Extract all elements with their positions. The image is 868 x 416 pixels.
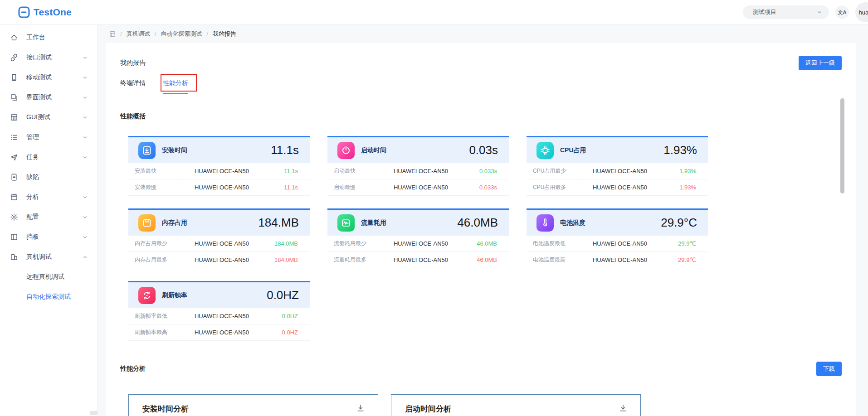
- metric-card-battery-temp: 电池温度 29.9°C 电池温度最低 HUAWEI OCE-AN50 29.9℃…: [527, 208, 708, 268]
- metric-card-memory-usage: 内存占用 184.MB 内存占用最少 HUAWEI OCE-AN50 184.0…: [128, 208, 310, 268]
- grid-icon: [10, 113, 18, 121]
- metric-row-label: 内存占用最多: [128, 252, 179, 268]
- metric-card-title: 刷新帧率: [162, 291, 187, 300]
- metric-card-header: CPU占用 1.93%: [527, 136, 708, 163]
- metric-row: 安装最慢 HUAWEI OCE-AN50 11.1s: [128, 179, 310, 196]
- chevron-down-icon: [82, 234, 88, 240]
- sidebar-item-config[interactable]: 配置: [0, 207, 97, 227]
- top-bar-right: 测试项目 文A huan: [743, 2, 868, 22]
- install-icon: [138, 142, 156, 159]
- metric-row-device: HUAWEI OCE-AN50: [378, 240, 463, 247]
- metric-row: 安装最快 HUAWEI OCE-AN50 11.1s: [128, 163, 310, 179]
- chart-card-launch-time-analysis: 启动时间分析: [391, 394, 641, 416]
- calendar-icon: [10, 193, 18, 201]
- metric-row-value: 1.93%: [663, 168, 708, 174]
- metric-card-value: 0.0HZ: [267, 288, 299, 302]
- analysis-section-title: 性能分析: [120, 365, 146, 373]
- metric-row-label: 流量耗用最多: [327, 252, 378, 268]
- device-icon: [10, 253, 18, 261]
- metric-row-label: 电池温度最高: [527, 252, 577, 268]
- breadcrumb-item[interactable]: 自动化探索测试: [161, 30, 202, 38]
- testone-logo-icon: [18, 6, 30, 18]
- tab-terminal-detail[interactable]: 终端详情: [120, 79, 146, 94]
- chevron-up-icon: [82, 254, 88, 260]
- metric-card-value: 29.9°C: [661, 216, 697, 230]
- metric-card-value: 46.0MB: [457, 216, 498, 230]
- sidebar-item-defect[interactable]: 缺陷: [0, 167, 97, 187]
- metric-row-device: HUAWEI OCE-AN50: [378, 168, 463, 174]
- language-switch-button[interactable]: 文A: [835, 5, 849, 19]
- breadcrumb-item[interactable]: 真机调试: [127, 30, 150, 38]
- sidebar-item-label: GUI测试: [26, 113, 50, 121]
- sidebar-subitem-auto-explore-test[interactable]: 自动化探索测试: [0, 287, 97, 307]
- project-select-value: 测试项目: [753, 8, 776, 16]
- refresh-icon: [138, 287, 156, 304]
- sidebar-item-analysis[interactable]: 分析: [0, 187, 97, 207]
- metric-card-title: 内存占用: [162, 219, 187, 227]
- back-button[interactable]: 返回上一级: [799, 56, 842, 70]
- metric-row: CPU占用最少 HUAWEI OCE-AN50 1.93%: [527, 163, 708, 179]
- breadcrumb-separator: /: [206, 31, 208, 38]
- sidebar-item-api-test[interactable]: 接口测试: [0, 48, 97, 68]
- sidebar-item-gui-test[interactable]: GUI测试: [0, 107, 97, 127]
- sidebar-item-workbench[interactable]: 工作台: [0, 28, 97, 48]
- project-select[interactable]: 测试项目: [743, 5, 829, 19]
- metric-row-value: 0.0HZ: [264, 329, 310, 336]
- thermometer-icon: [536, 214, 554, 232]
- metric-card-cpu-usage: CPU占用 1.93% CPU占用最少 HUAWEI OCE-AN50 1.93…: [527, 136, 708, 196]
- sidebar-item-manage[interactable]: 管理: [0, 127, 97, 147]
- sidebar-item-mock[interactable]: 挡板: [0, 227, 97, 247]
- metric-row-device: HUAWEI OCE-AN50: [179, 329, 264, 336]
- metric-row: 启动最快 HUAWEI OCE-AN50 0.033s: [327, 163, 509, 179]
- metric-row-value: 0.033s: [463, 184, 509, 191]
- metric-row-label: CPU占用最少: [527, 163, 577, 179]
- sidebar-item-task[interactable]: 任务: [0, 147, 97, 167]
- sidebar-item-mobile-test[interactable]: 移动测试: [0, 68, 97, 87]
- download-icon[interactable]: [619, 404, 628, 413]
- metric-card-title: CPU占用: [560, 146, 586, 155]
- metric-row: 流量耗用最多 HUAWEI OCE-AN50 46.0MB: [327, 252, 509, 268]
- metric-row: 电池温度最低 HUAWEI OCE-AN50 29.9℃: [527, 236, 708, 252]
- power-icon: [337, 142, 355, 159]
- breadcrumb-item: 我的报告: [213, 30, 236, 38]
- metric-row-device: HUAWEI OCE-AN50: [179, 240, 264, 247]
- metric-row-value: 0.033s: [463, 168, 509, 174]
- chart-card-install-time-analysis: 安装时间分析: [128, 394, 378, 416]
- document-icon: [10, 173, 18, 181]
- download-icon[interactable]: [356, 404, 365, 413]
- metric-card-install-time: 安装时间 11.1s 安装最快 HUAWEI OCE-AN50 11.1s 安装…: [128, 136, 310, 196]
- sidebar-item-label: 界面测试: [26, 93, 52, 102]
- app-logo[interactable]: TestOne: [18, 6, 72, 18]
- user-name: huan: [859, 9, 868, 16]
- metric-row-label: 内存占用最少: [128, 236, 179, 252]
- breadcrumb-home-icon[interactable]: [109, 31, 116, 37]
- download-button[interactable]: 下载: [816, 362, 842, 376]
- metric-row-device: HUAWEI OCE-AN50: [378, 256, 463, 263]
- metric-row-label: 流量耗用最少: [327, 236, 378, 252]
- chevron-down-icon: [82, 95, 88, 101]
- tab-label: 性能分析: [163, 79, 188, 87]
- metric-card-traffic-usage: 流量耗用 46.0MB 流量耗用最少 HUAWEI OCE-AN50 46.0M…: [327, 208, 509, 268]
- avatar[interactable]: huan: [855, 2, 868, 22]
- chevron-down-icon: [82, 135, 88, 140]
- sidebar-item-device-debug[interactable]: 真机调试: [0, 247, 97, 267]
- chevron-down-icon: [82, 214, 88, 220]
- sidebar-item-ui-test[interactable]: 界面测试: [0, 87, 97, 107]
- metric-row-value: 11.1s: [264, 168, 310, 174]
- list-icon: [10, 133, 18, 141]
- metric-row: 内存占用最少 HUAWEI OCE-AN50 184.0MB: [128, 236, 310, 252]
- sidebar-subitem-remote-device-debug[interactable]: 远程真机调试: [0, 267, 97, 287]
- metric-row: 刷新帧率最低 HUAWEI OCE-AN50 0.0HZ: [128, 308, 310, 324]
- metric-row-label: 刷新帧率最高: [128, 324, 179, 340]
- metric-row-value: 29.9℃: [663, 240, 708, 247]
- metric-row: 电池温度最高 HUAWEI OCE-AN50 29.9℃: [527, 252, 708, 268]
- chart-title: 启动时间分析: [405, 404, 451, 414]
- tab-performance-analysis[interactable]: 性能分析: [163, 79, 188, 94]
- metric-row-value: 46.0MB: [463, 240, 509, 247]
- breadcrumb: /真机调试/自动化探索测试/我的报告: [98, 25, 868, 43]
- report-panel: 我的报告 返回上一级 终端详情性能分析 性能概括 安装时间 11.1s 安装最快…: [106, 43, 856, 416]
- chevron-down-icon: [82, 75, 88, 81]
- memory-icon: [138, 214, 156, 232]
- vertical-scrollbar[interactable]: [840, 98, 844, 193]
- tabs: 终端详情性能分析: [120, 79, 855, 94]
